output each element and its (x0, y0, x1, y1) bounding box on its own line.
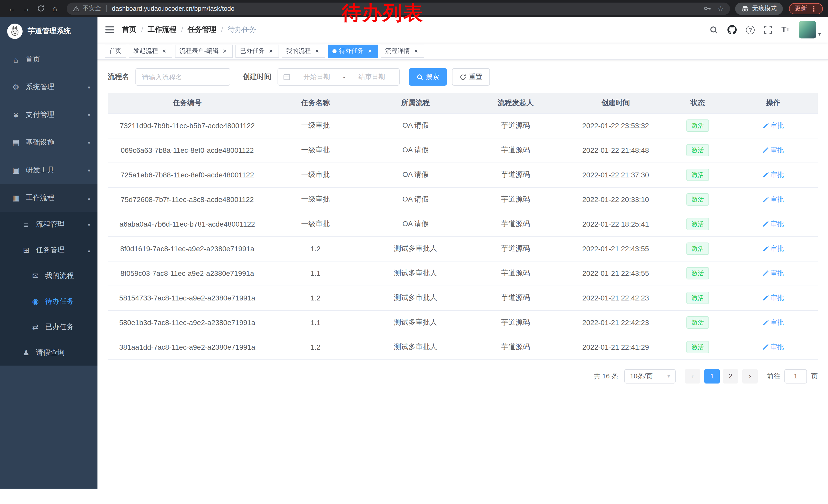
approve-link[interactable]: 审批 (762, 269, 784, 278)
bookmark-star-icon[interactable]: ☆ (717, 4, 724, 12)
sidebar-item-task-management[interactable]: ⊞ 任务管理 ▴ (0, 237, 97, 263)
close-icon[interactable]: × (314, 47, 321, 55)
cell-created-time: 2022-01-22 18:25:41 (564, 212, 667, 236)
table-row[interactable]: 73211d9d-7b9b-11ec-b5b7-acde48001122 一级审… (108, 113, 818, 138)
page-button-2[interactable]: 2 (723, 369, 738, 383)
docs-help-button[interactable]: ? (746, 26, 755, 34)
table-row[interactable]: a6aba0a4-7b6d-11ec-b781-acde48001122 一级审… (108, 212, 818, 236)
page-button-1[interactable]: 1 (704, 369, 720, 383)
tab-form-edit[interactable]: 流程表单-编辑 × (175, 44, 233, 58)
approve-link[interactable]: 审批 (762, 220, 784, 229)
table-row[interactable]: 381aa1dd-7ac8-11ec-a9e2-a2380e71991a 1.2… (108, 335, 818, 359)
breadcrumb-item[interactable]: 首页 (122, 25, 136, 34)
sidebar-collapse-button[interactable] (97, 26, 122, 34)
sidebar-item-leave-query[interactable]: ♟ 请假查询 (0, 340, 97, 366)
close-icon[interactable]: × (221, 47, 228, 55)
column-header: 状态 (667, 93, 729, 113)
cell-task-name: 1.1 (267, 261, 364, 286)
cell-initiator: 芋道源码 (467, 286, 564, 310)
approve-link[interactable]: 审批 (762, 146, 784, 155)
prev-page-button[interactable]: ‹ (685, 369, 700, 383)
github-link[interactable] (728, 25, 737, 34)
next-page-button[interactable]: › (742, 369, 758, 383)
approve-link[interactable]: 审批 (762, 121, 784, 130)
font-size-button[interactable]: TT (781, 26, 790, 34)
active-dot (332, 49, 336, 53)
sidebar-item-todo-task[interactable]: ◉ 待办任务 (0, 289, 97, 314)
fullscreen-button[interactable] (764, 26, 772, 34)
sidebar-item-system[interactable]: ⚙ 系统管理 ▾ (0, 73, 97, 101)
close-icon[interactable]: × (161, 47, 168, 55)
page-size-select[interactable]: 10条/页 ▾ (624, 369, 676, 383)
approve-link[interactable]: 审批 (762, 318, 784, 327)
key-icon[interactable] (704, 5, 711, 12)
cell-process: 测试多审批人 (364, 335, 467, 359)
sidebar-item-dev-tools[interactable]: ▣ 研发工具 ▾ (0, 156, 97, 184)
cell-status: 激活 (667, 286, 729, 310)
approve-link[interactable]: 审批 (762, 342, 784, 352)
approve-link[interactable]: 审批 (762, 244, 784, 253)
breadcrumb: 首页/工作流程/任务管理/待办任务 (122, 25, 256, 34)
back-button[interactable]: ← (5, 2, 18, 15)
reload-button[interactable] (34, 2, 47, 15)
approve-link[interactable]: 审批 (762, 293, 784, 303)
app-logo[interactable]: 芋道管理系统 (0, 17, 97, 46)
sidebar-item-infrastructure[interactable]: ▤ 基础设施 ▾ (0, 129, 97, 156)
close-icon[interactable]: × (366, 47, 373, 55)
cell-status: 激活 (667, 163, 729, 187)
reset-button[interactable]: 重置 (452, 68, 490, 86)
tab-todo-task[interactable]: 待办任务 × (328, 44, 378, 58)
table-row[interactable]: 75d72608-7b7f-11ec-a3c8-acde48001122 一级审… (108, 187, 818, 212)
approve-link[interactable]: 审批 (762, 170, 784, 179)
cell-task-name: 1.2 (267, 335, 364, 359)
search-button[interactable]: 搜索 (409, 68, 447, 86)
sidebar-item-process-management[interactable]: ≡ 流程管理 ▾ (0, 212, 97, 237)
browser-menu-icon[interactable]: ⋮ (810, 4, 817, 12)
tab-home[interactable]: 首页 (105, 44, 126, 58)
breadcrumb-item[interactable]: 任务管理 (188, 25, 216, 34)
date-range-picker[interactable]: 开始日期 - 结束日期 (278, 68, 400, 86)
sidebar-item-label: 支付管理 (26, 110, 88, 120)
chevron-icon: ▾ (88, 168, 90, 173)
tab-done-task[interactable]: 已办任务 × (236, 44, 279, 58)
approve-link[interactable]: 审批 (762, 195, 784, 204)
status-badge: 激活 (687, 242, 709, 255)
address-bar[interactable]: 不安全 dashboard.yudao.iocoder.cn/bpm/task/… (67, 2, 730, 15)
clipboard-icon: ▦ (10, 193, 22, 202)
table-row[interactable]: 58154733-7ac8-11ec-a9e2-a2380e71991a 1.2… (108, 286, 818, 310)
tab-my-process[interactable]: 我的流程 × (282, 44, 325, 58)
end-date-placeholder: 结束日期 (349, 72, 394, 82)
update-button[interactable]: 更新 ⋮ (789, 3, 823, 14)
tab-start-process[interactable]: 发起流程 × (129, 44, 172, 58)
goto-page-input[interactable] (784, 369, 807, 383)
breadcrumb-item[interactable]: 工作流程 (148, 25, 176, 34)
table-row[interactable]: 069c6a63-7b8a-11ec-8ef0-acde48001122 一级审… (108, 138, 818, 163)
process-name-input[interactable] (135, 68, 230, 86)
close-icon[interactable]: × (412, 47, 420, 55)
table-row[interactable]: 8f059c03-7ac8-11ec-a9e2-a2380e71991a 1.1… (108, 261, 818, 286)
header-search-button[interactable] (709, 26, 718, 34)
sidebar-item-my-process[interactable]: ✉ 我的流程 (0, 263, 97, 289)
status-badge: 激活 (687, 316, 709, 329)
table-row[interactable]: 8f0d1619-7ac8-11ec-a9e2-a2380e71991a 1.2… (108, 236, 818, 261)
close-icon[interactable]: × (267, 47, 275, 55)
home-button[interactable]: ⌂ (48, 2, 61, 15)
cell-process: 测试多审批人 (364, 261, 467, 286)
url-text: dashboard.yudao.iocoder.cn/bpm/task/todo (112, 5, 701, 12)
cell-created-time: 2022-01-21 22:42:23 (564, 310, 667, 335)
chevron-icon: ▴ (88, 247, 90, 253)
forward-button[interactable]: → (19, 2, 33, 15)
cell-created-time: 2022-01-22 20:33:10 (564, 187, 667, 212)
user-avatar-menu[interactable]: ▾ (799, 21, 821, 39)
sidebar-item-home[interactable]: ⌂ 首页 (0, 46, 97, 73)
tab-process-detail[interactable]: 流程详情 × (381, 44, 424, 58)
status-badge: 激活 (687, 267, 709, 280)
sidebar-item-done-task[interactable]: ⇄ 已办任务 (0, 314, 97, 340)
refresh-icon (460, 74, 466, 80)
search-icon (709, 26, 718, 34)
sidebar-item-payment[interactable]: ¥ 支付管理 ▾ (0, 101, 97, 129)
sidebar-item-workflow[interactable]: ▦ 工作流程 ▴ (0, 184, 97, 212)
table-row[interactable]: 725a1eb6-7b88-11ec-8ef0-acde48001122 一级审… (108, 163, 818, 187)
app-title: 芋道管理系统 (28, 27, 71, 36)
table-row[interactable]: 580e1b3d-7ac8-11ec-a9e2-a2380e71991a 1.1… (108, 310, 818, 335)
